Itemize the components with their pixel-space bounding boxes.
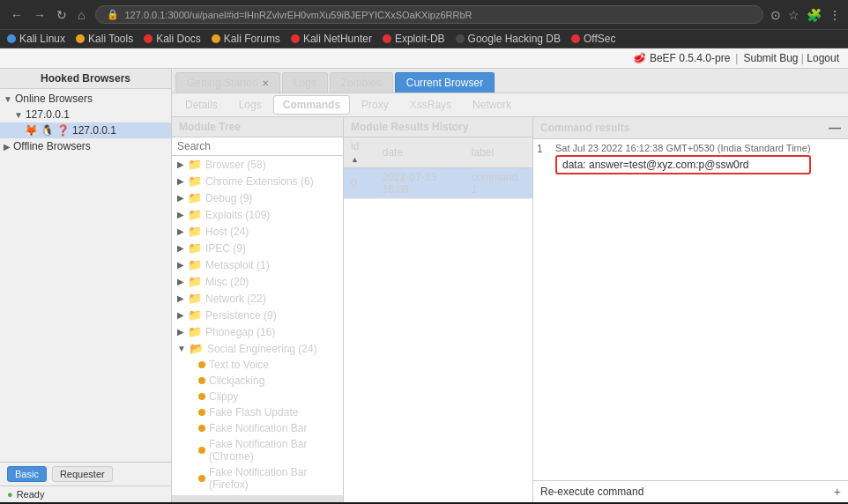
tab-logs2[interactable]: Logs <box>229 95 272 115</box>
tab-current-browser-label: Current Browser <box>406 77 483 89</box>
bookmark-offsec[interactable]: OffSec <box>571 33 615 45</box>
col-date[interactable]: date <box>376 137 465 168</box>
module-folder-host[interactable]: ▶ 📁 Host (24) <box>172 223 343 240</box>
module-list: ▶ 📁 Browser (58) ▶ 📁 Chrome Extensions (… <box>172 156 343 495</box>
scrollbar[interactable] <box>172 495 343 502</box>
submit-bug-link[interactable]: Submit Bug <box>743 52 798 64</box>
basic-tab[interactable]: Basic <box>7 466 47 482</box>
module-folder-persistence[interactable]: ▶ 📁 Persistence (9) <box>172 307 343 323</box>
sort-arrow-icon: ▲ <box>351 155 359 164</box>
back-button[interactable]: ← <box>7 6 26 24</box>
collapse-icon: ▶ <box>4 142 11 152</box>
leaf-label7: Fake Notification Bar (Firefox) <box>209 466 336 491</box>
tab-network[interactable]: Network <box>463 95 521 115</box>
sidebar-item-ip-group[interactable]: ▼ 127.0.0.1 <box>0 107 171 122</box>
folder-icon3: 📁 <box>188 191 202 204</box>
module-leaf-fake-notif-firefox[interactable]: Fake Notification Bar (Firefox) <box>172 464 343 493</box>
table-row[interactable]: 0 2022-07-23 16:08 command 1 <box>344 168 532 199</box>
module-folder-chrome[interactable]: ▶ 📁 Chrome Extensions (6) <box>172 173 343 189</box>
tab-proxy[interactable]: Proxy <box>352 95 398 115</box>
sidebar-item-offline-browsers[interactable]: ▶ Offline Browsers <box>0 138 171 154</box>
folder-arrow-icon12: ▼ <box>177 344 186 353</box>
module-folder-browser[interactable]: ▶ 📁 Browser (58) <box>172 156 343 173</box>
module-leaf-fake-notif[interactable]: Fake Notification Bar <box>172 420 343 436</box>
row-id: 0 <box>344 168 376 199</box>
kali-forums-label: Kali Forums <box>224 33 280 45</box>
bookmark-kali-linux[interactable]: Kali Linux <box>7 33 65 45</box>
folder-label4: Exploits (109) <box>205 209 270 221</box>
tab-xssrays[interactable]: XssRays <box>400 95 461 115</box>
folder-label8: Misc (20) <box>205 276 249 288</box>
module-leaf-text-to-voice[interactable]: Text to Voice <box>172 357 343 373</box>
folder-arrow-icon7: ▶ <box>177 260 184 270</box>
bookmark-exploit-db[interactable]: Exploit-DB <box>383 33 445 45</box>
folder-label12: Social Engineering (24) <box>207 343 317 355</box>
bookmark-google-hacking[interactable]: Google Hacking DB <box>456 33 561 45</box>
tab-current-browser[interactable]: Current Browser <box>395 72 495 93</box>
sidebar-bottom-tabs: Basic Requester <box>0 462 171 485</box>
beef-logo: 🥩 BeEF 0.5.4.0-pre <box>633 52 730 64</box>
col-label[interactable]: label <box>465 137 532 168</box>
leaf-label4: Fake Flash Update <box>209 406 298 419</box>
command-result-box: Sat Jul 23 2022 16:12:38 GMT+0530 (India… <box>555 143 811 174</box>
beef-header: 🥩 BeEF 0.5.4.0-pre | Submit Bug | Logout <box>0 48 848 69</box>
module-folder-network[interactable]: ▶ 📁 Network (22) <box>172 290 343 307</box>
offline-browsers-label: Offline Browsers <box>13 140 91 152</box>
online-browsers-label: Online Browsers <box>15 93 93 105</box>
tab-details[interactable]: Details <box>175 95 227 115</box>
module-folder-social[interactable]: ▼ 📂 Social Engineering (24) <box>172 340 343 357</box>
bookmark-kali-forums[interactable]: Kali Forums <box>212 33 280 45</box>
expand-icon: ▼ <box>4 94 12 104</box>
content-area: Getting Started ✕ Logs Zombies Current B… <box>172 69 848 502</box>
module-leaf-fake-notif-chrome[interactable]: Fake Notification Bar (Chrome) <box>172 436 343 464</box>
kali-forums-icon <box>212 34 220 43</box>
requester-tab[interactable]: Requester <box>52 466 113 482</box>
beef-version: BeEF 0.5.4.0-pre <box>650 52 730 64</box>
panel-content: Module Tree ▶ 📁 Browser (58) ▶ 📁 Chrome … <box>172 117 848 502</box>
add-icon[interactable]: + <box>834 485 841 499</box>
command-results-panel: Command results — 1 Sat Jul 23 2022 16:1… <box>533 117 848 502</box>
forward-button[interactable]: → <box>30 6 49 24</box>
minimize-icon[interactable]: — <box>829 121 841 135</box>
folder-label10: Persistence (9) <box>205 309 277 322</box>
kali-docs-icon <box>144 34 152 43</box>
folder-icon6: 📁 <box>188 241 202 255</box>
col-id[interactable]: id ▲ <box>344 137 376 168</box>
beef-icon: 🥩 <box>633 52 646 64</box>
folder-arrow-icon8: ▶ <box>177 277 184 286</box>
bookmark-kali-docs[interactable]: Kali Docs <box>144 33 201 45</box>
kali-tools-icon <box>76 34 85 43</box>
leaf-dot-icon5 <box>198 425 205 432</box>
url-text: 127.0.0.1:3000/ui/panel#id=lHnRZvlvrEH0v… <box>124 10 472 20</box>
bookmark-kali-tools[interactable]: Kali Tools <box>76 33 133 45</box>
module-folder-phonegap[interactable]: ▶ 📁 Phonegap (16) <box>172 323 343 340</box>
exploit-db-icon <box>383 34 391 43</box>
home-button[interactable]: ⌂ <box>74 6 88 24</box>
logout-link[interactable]: Logout <box>807 52 839 64</box>
bookmark-kali-nethunter[interactable]: Kali NetHunter <box>291 33 372 45</box>
sidebar-item-online-browsers[interactable]: ▼ Online Browsers <box>0 91 171 107</box>
leaf-label: Text to Voice <box>209 359 269 371</box>
sidebar-item-browser[interactable]: 🦊 🐧 ❓ 127.0.0.1 <box>0 122 171 138</box>
module-results-panel: Module Results History id ▲ date label <box>344 117 533 502</box>
tab-commands[interactable]: Commands <box>273 95 350 115</box>
tab-zombies[interactable]: Zombies <box>330 72 393 93</box>
tab-getting-started[interactable]: Getting Started ✕ <box>175 72 280 93</box>
refresh-button[interactable]: ↻ <box>53 6 71 24</box>
module-folder-ipec[interactable]: ▶ 📁 IPEC (9) <box>172 240 343 256</box>
module-leaf-clippy[interactable]: Clippy <box>172 389 343 404</box>
tab-logs[interactable]: Logs <box>282 72 328 93</box>
module-search-input[interactable] <box>172 137 343 156</box>
address-bar[interactable]: 🔒 127.0.0.1:3000/ui/panel#id=lHnRZvlvrEH… <box>95 5 763 24</box>
module-leaf-clickjacking[interactable]: Clickjacking <box>172 373 343 389</box>
row-label: command 1 <box>465 168 532 199</box>
module-folder-debug[interactable]: ▶ 📁 Debug (9) <box>172 189 343 206</box>
sidebar: Hooked Browsers ▼ Online Browsers ▼ 127.… <box>0 69 172 502</box>
tab-getting-started-label: Getting Started <box>187 77 258 89</box>
module-folder-misc[interactable]: ▶ 📁 Misc (20) <box>172 273 343 290</box>
module-folder-metasploit[interactable]: ▶ 📁 Metasploit (1) <box>172 256 343 273</box>
module-leaf-fake-flash[interactable]: Fake Flash Update <box>172 404 343 420</box>
status-icon: ● <box>7 489 13 500</box>
module-folder-exploits[interactable]: ▶ 📁 Exploits (109) <box>172 206 343 223</box>
tab-getting-started-close[interactable]: ✕ <box>262 78 269 88</box>
